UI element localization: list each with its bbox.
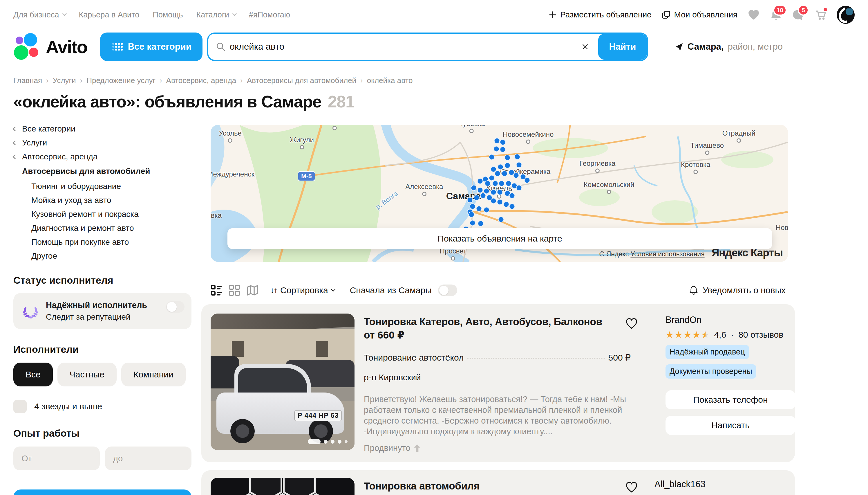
from-city-toggle[interactable] <box>438 285 457 296</box>
map-pin[interactable] <box>471 185 477 191</box>
listing-title[interactable]: Тонировка автомобиля <box>364 480 607 492</box>
map-pin[interactable] <box>494 146 499 152</box>
nav-help[interactable]: Помощь <box>153 11 183 19</box>
map-pin[interactable] <box>489 154 495 160</box>
map-pin[interactable] <box>492 181 498 187</box>
map-pin[interactable] <box>509 204 515 210</box>
map-pin[interactable] <box>498 216 504 222</box>
sidebar-item-other[interactable]: Другое <box>31 252 192 260</box>
map-pin[interactable] <box>477 178 483 184</box>
map-pin[interactable] <box>506 181 512 187</box>
map-terms-link[interactable]: Условия использования <box>631 250 704 258</box>
map-pin[interactable] <box>499 139 506 146</box>
map-pin[interactable] <box>497 189 503 195</box>
grid-view-button[interactable] <box>229 285 240 296</box>
breadcrumb-item[interactable]: Автосервисы для автомобилей <box>247 76 356 85</box>
list-view-button[interactable] <box>211 285 222 296</box>
stars-filter-row[interactable]: 4 звезды и выше <box>13 400 192 413</box>
clear-search-button[interactable] <box>579 41 591 53</box>
nav-for-business[interactable]: Для бизнеса <box>13 11 66 19</box>
nav-catalogs[interactable]: Каталоги <box>196 11 235 19</box>
map-pin[interactable] <box>516 185 522 191</box>
map-pin[interactable] <box>494 138 500 144</box>
map-pin[interactable] <box>497 199 503 205</box>
map-pin[interactable] <box>491 198 497 204</box>
map-pin[interactable] <box>485 181 491 187</box>
favorite-button[interactable] <box>625 481 638 494</box>
write-message-button[interactable]: Написать <box>666 416 796 435</box>
results-map[interactable]: УсольеЖигулёвскЖигулиМеждуреченскМ-5р. В… <box>211 125 788 262</box>
breadcrumb-item[interactable]: Главная <box>13 76 42 85</box>
executors-private-chip[interactable]: Частные <box>57 363 117 387</box>
map-pin[interactable] <box>480 192 486 199</box>
notifications-button[interactable]: 10 <box>770 9 782 21</box>
map-view-button[interactable] <box>247 285 258 296</box>
map-pin[interactable] <box>514 154 520 160</box>
favorite-button[interactable] <box>625 317 638 331</box>
map-pin[interactable] <box>489 175 495 181</box>
reliable-executor-toggle[interactable] <box>166 301 184 313</box>
map-pin[interactable] <box>509 192 515 199</box>
listing-title[interactable]: Тонировка Катеров, Авто, Автобусов, Балк… <box>364 315 607 328</box>
map-pin[interactable] <box>491 189 497 195</box>
map-pin[interactable] <box>516 162 522 168</box>
seller-name[interactable]: All_black163 <box>654 479 706 489</box>
map-pin[interactable] <box>478 220 484 226</box>
yandex-maps-logo[interactable]: Яндекс Карты <box>712 247 783 259</box>
experience-from-input[interactable] <box>13 446 100 470</box>
photo-carousel-dots[interactable] <box>308 439 348 444</box>
executors-companies-chip[interactable]: Компании <box>121 363 186 387</box>
sidebar-back-services[interactable]: Услуги <box>13 139 192 147</box>
breadcrumb-item[interactable]: оклейка авто <box>367 76 413 85</box>
executors-all-chip[interactable]: Все <box>13 363 53 387</box>
map-pin[interactable] <box>504 162 510 168</box>
map-pin[interactable] <box>477 187 483 193</box>
breadcrumb-item[interactable]: Предложение услуг <box>86 76 156 85</box>
nav-career[interactable]: Карьера в Авито <box>79 11 140 19</box>
show-phone-button[interactable]: Показать телефон <box>666 390 796 409</box>
post-ad-button[interactable]: Разместить объявление <box>549 10 651 19</box>
listing-photo[interactable] <box>211 478 355 495</box>
sidebar-item-tuning[interactable]: Тюнинг и оборудование <box>31 182 192 190</box>
sidebar-back-autoservice[interactable]: Автосервис, аренда <box>13 153 192 161</box>
apply-filters-button[interactable] <box>13 490 192 495</box>
search-submit-button[interactable]: Найти <box>598 34 647 60</box>
map-pin[interactable] <box>524 177 530 183</box>
notify-new-button[interactable]: Уведомлять о новых <box>689 285 785 295</box>
show-on-map-button[interactable]: Показать объявления на карте <box>227 228 773 249</box>
sidebar-back-all-categories[interactable]: Все категории <box>13 125 192 133</box>
map-pin[interactable] <box>474 195 480 201</box>
sidebar-item-purchase-help[interactable]: Помощь при покупке авто <box>31 238 192 246</box>
listing-card[interactable]: Тонировка автомобиля от 500 ₽ All_black1… <box>201 470 795 495</box>
map-pin[interactable] <box>495 171 501 177</box>
my-ads-button[interactable]: Мои объявления <box>661 10 738 19</box>
map-pin[interactable] <box>476 206 482 212</box>
avito-logo[interactable]: Avito <box>13 33 87 61</box>
reviews-link[interactable]: 80 отзывов <box>738 330 783 340</box>
map-pin[interactable] <box>503 201 509 207</box>
all-categories-button[interactable]: Все категории <box>100 33 202 61</box>
map-pin[interactable] <box>504 155 510 161</box>
avatar[interactable] <box>837 6 855 24</box>
map-pin[interactable] <box>470 220 476 226</box>
breadcrumb-item[interactable]: Услуги <box>53 76 76 85</box>
map-pin[interactable] <box>513 172 519 178</box>
cart-button[interactable] <box>814 9 827 21</box>
map-pin[interactable] <box>484 207 490 213</box>
seller-name[interactable]: BrandOn <box>666 315 702 325</box>
map-pin[interactable] <box>467 197 473 203</box>
listing-photo[interactable]: Р 444 НР 63 <box>211 313 355 450</box>
favorites-button[interactable] <box>747 9 760 21</box>
map-pin[interactable] <box>499 146 506 152</box>
sidebar-item-diagnostics[interactable]: Диагностика и ремонт авто <box>31 224 192 232</box>
sidebar-item-wash[interactable]: Мойка и уход за авто <box>31 196 192 204</box>
reliable-executor-filter[interactable]: Надёжный исполнитель Следит за репутацие… <box>13 293 192 329</box>
map-pin[interactable] <box>468 212 475 218</box>
experience-to-input[interactable] <box>105 446 192 470</box>
breadcrumb-item[interactable]: Автосервис, аренда <box>166 76 236 85</box>
search-input[interactable] <box>230 41 579 52</box>
sort-dropdown[interactable]: ↓↑ Сортировка <box>270 285 335 295</box>
map-pin[interactable] <box>501 171 508 177</box>
map-pin[interactable] <box>497 164 503 170</box>
stars-filter-checkbox[interactable] <box>13 400 27 413</box>
